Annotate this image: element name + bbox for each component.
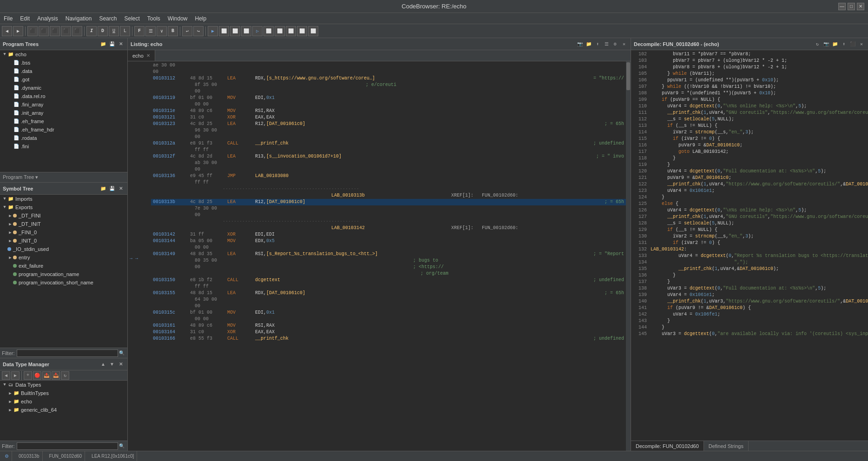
dt-fwd-btn[interactable]: ▶ (11, 371, 20, 380)
dt-close-icon[interactable]: ✕ (117, 361, 125, 368)
toolbar-btn-b[interactable]: B (168, 26, 178, 36)
toolbar-btn-l[interactable]: L (120, 26, 130, 36)
toolbar-btn-run3[interactable]: ⬜ (230, 26, 240, 36)
toolbar-btn-i[interactable]: I (86, 26, 97, 36)
decompile-code-area[interactable]: 102 bVar11 = *pbVar7 == *pbVar8; 103 pbV… (631, 50, 868, 441)
tree-item-entry[interactable]: ▶ entry (0, 253, 127, 262)
tree-item-data-rel-ro[interactable]: 📄 .data.rel.ro (0, 92, 127, 100)
pt-folder-icon[interactable]: 📁 (99, 40, 107, 48)
tree-item-echo-dt[interactable]: ▶ 📁 echo (0, 397, 127, 406)
tree-item-init-0[interactable]: ▶ _INIT_0 (0, 237, 127, 245)
toolbar-btn-4[interactable]: ⬛ (61, 26, 71, 36)
tree-item-imports[interactable]: ▼ 📁 Imports (0, 195, 127, 203)
toolbar-btn-u[interactable]: U (109, 26, 119, 36)
tree-item-fini-0[interactable]: ▶ _FINI_0 (0, 228, 127, 237)
maximize-button[interactable]: □ (848, 3, 855, 10)
toolbar-btn-run4[interactable]: ⬜ (241, 26, 251, 36)
listing-scrollbar[interactable] (626, 61, 631, 451)
symbol-tree-tree[interactable]: ▼ 📁 Imports ▼ 📁 Exports ▶ _DT_FINI (0, 195, 127, 348)
tree-item-generic-clib[interactable]: ▶ 📁 generic_clib_64 (0, 406, 127, 414)
tree-item-dt-init[interactable]: ▶ _DT_INIT (0, 220, 127, 228)
tree-item-dt-fini[interactable]: ▶ _DT_FINI (0, 211, 127, 220)
st-icon2[interactable]: 💾 (108, 185, 116, 192)
menu-window[interactable]: Window (164, 13, 191, 24)
tree-item-rodata[interactable]: 📄 .rodata (0, 134, 127, 142)
dc-icon2[interactable]: 📷 (822, 40, 830, 48)
tab-defined-strings[interactable]: Defined Strings (704, 441, 749, 451)
dt-del-btn[interactable]: 🔴 (33, 371, 41, 380)
menu-select[interactable]: Select (120, 13, 143, 24)
tree-item-prog-inv-name[interactable]: program_invocation_name (0, 270, 127, 278)
listing-icon2[interactable]: 📁 (585, 40, 592, 48)
toolbar-btn-run1[interactable]: ▶ (208, 26, 218, 36)
dt-refresh-btn[interactable]: ↻ (61, 371, 69, 380)
dt-icon-up[interactable]: ▲ (99, 361, 107, 368)
menu-edit[interactable]: Edit (16, 13, 33, 24)
listing-icon1[interactable]: 📷 (576, 40, 584, 48)
dtype-filter-input[interactable] (17, 442, 118, 450)
toolbar-btn-p[interactable]: ☰ (145, 26, 156, 36)
dc-icon4[interactable]: ⬆ (840, 40, 848, 48)
tree-item-fini[interactable]: 📄 .fini (0, 142, 127, 151)
code-area[interactable]: ae 30 00 00 00103112 48 8d 15 LEA RDX,[s… (151, 61, 626, 451)
tree-item-io-stdin[interactable]: _IO_stdin_used (0, 245, 127, 253)
toolbar-btn-run8[interactable]: ⬜ (286, 26, 296, 36)
listing-icon4[interactable]: ☰ (603, 40, 610, 48)
dc-icon1[interactable]: ↻ (814, 40, 821, 48)
listing-icon5[interactable]: ⚙ (612, 40, 619, 48)
symbol-tree-filter-input[interactable] (17, 349, 118, 357)
pt-save-icon[interactable]: 💾 (108, 40, 116, 48)
listing-icon3[interactable]: ⬆ (594, 40, 601, 48)
filter-go-icon[interactable]: 🔍 (118, 349, 125, 357)
pt-close-icon[interactable]: ✕ (117, 40, 125, 48)
tree-item-data[interactable]: 📄 .data (0, 67, 127, 75)
menu-file[interactable]: File (0, 13, 16, 24)
st-close-icon[interactable]: ✕ (117, 185, 125, 192)
menu-tools[interactable]: Tools (144, 13, 164, 24)
tree-item-exit-failure[interactable]: exit_failure (0, 262, 127, 270)
menu-search[interactable]: Search (95, 13, 120, 24)
toolbar-btn-run9[interactable]: ⬜ (297, 26, 307, 36)
toolbar-btn-3[interactable]: ⬛ (50, 26, 60, 36)
dt-import-btn[interactable]: 📥 (52, 371, 60, 380)
tree-item-builtintypes[interactable]: ▶ 📁 BuiltInTypes (0, 389, 127, 397)
tab-echo[interactable]: echo ✕ (128, 50, 155, 61)
program-trees-tree[interactable]: ▼ 📁 echo 📄 .bss 📄 .data 📄 .go (0, 50, 127, 172)
dt-back-btn[interactable]: ◀ (2, 371, 10, 380)
st-icon1[interactable]: 📁 (99, 185, 107, 192)
tree-item-bss[interactable]: 📄 .bss (0, 59, 127, 67)
listing-scrollbar-thumb[interactable] (626, 62, 630, 90)
dc-icon3[interactable]: 📁 (831, 40, 839, 48)
toolbar-btn-v[interactable]: ∨ (157, 26, 167, 36)
dtype-filter-go-icon[interactable]: 🔍 (118, 442, 125, 450)
minimize-button[interactable]: — (838, 3, 846, 10)
tree-item-exports[interactable]: ▼ 📁 Exports (0, 203, 127, 211)
dt-export-btn[interactable]: 📤 (42, 371, 51, 380)
tab-echo-close[interactable]: ✕ (146, 53, 150, 58)
toolbar-btn-run10[interactable]: ⬜ (308, 26, 318, 36)
toolbar-back[interactable]: ◀ (2, 26, 12, 36)
toolbar-btn-f[interactable]: F (134, 26, 145, 36)
tree-item-datatypes[interactable]: ▼ 🗂 Data Types (0, 381, 127, 389)
menu-navigation[interactable]: Navigation (62, 13, 96, 24)
dt-new-btn[interactable]: + (24, 371, 32, 380)
toolbar-btn-redo[interactable]: ↪ (193, 26, 204, 36)
toolbar-btn-5[interactable]: ⬛ (72, 26, 82, 36)
tree-item-eh-frame-hdr[interactable]: 📄 .eh_frame_hdr (0, 125, 127, 134)
toolbar-btn-undo[interactable]: ↩ (182, 26, 192, 36)
program-tree-label[interactable]: Program Tree ▾ (0, 173, 41, 181)
menu-analysis[interactable]: Analysis (33, 13, 62, 24)
program-tree-footer[interactable]: Program Tree ▾ (0, 172, 127, 182)
toolbar-btn-run7[interactable]: ⬜ (275, 26, 285, 36)
dt-icon-down[interactable]: ▼ (108, 361, 116, 368)
tab-decompile-fun[interactable]: Decompile: FUN_00102d60 (631, 441, 704, 451)
close-button[interactable]: ✕ (857, 3, 864, 10)
dc-close-icon[interactable]: ✕ (858, 40, 865, 48)
tree-item-eh-frame[interactable]: 📄 .eh_frame (0, 117, 127, 125)
tree-item-dynamic[interactable]: 📄 .dynamic (0, 84, 127, 92)
tree-item-init-array[interactable]: 📄 .init_array (0, 109, 127, 117)
listing-close-icon[interactable]: ✕ (620, 40, 628, 48)
toolbar-btn-run6[interactable]: ⬜ (263, 26, 274, 36)
tree-item-prog-inv-short[interactable]: program_invocation_short_name (0, 278, 127, 287)
toolbar-btn-run5[interactable]: ▷ (252, 26, 263, 36)
